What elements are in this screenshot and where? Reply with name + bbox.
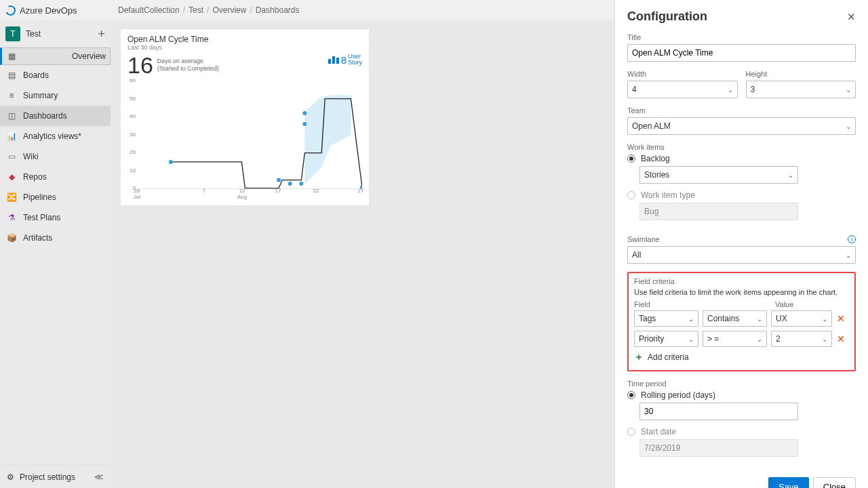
project-settings-label: Project settings	[20, 472, 75, 482]
svg-point-6	[299, 182, 303, 186]
width-label: Width	[627, 70, 738, 78]
chevron-down-icon: ⌄	[728, 86, 733, 94]
title-label: Title	[627, 33, 856, 41]
value-select[interactable]: UX⌄	[771, 310, 832, 327]
dash-icon: ◫	[7, 111, 16, 121]
backlog-radio[interactable]: Backlog	[627, 154, 856, 163]
project-badge: T	[5, 26, 20, 41]
sidebar: T Test + ▦Overview▤Boards≡Summary◫Dashbo…	[0, 20, 111, 488]
brand-label: Azure DevOps	[20, 5, 115, 16]
workitemtype-radio[interactable]: Work item type	[627, 190, 856, 200]
project-selector[interactable]: T Test +	[0, 20, 111, 47]
chevron-down-icon: ⌄	[846, 123, 851, 130]
cycle-time-widget[interactable]: Open ALM Cycle Time Last 30 days 16 Days…	[120, 28, 370, 206]
widget-meta1: Days on average	[157, 58, 219, 65]
team-label: Team	[627, 106, 856, 115]
remove-criteria-icon[interactable]: ✕	[836, 333, 846, 344]
sidebar-item-pipelines[interactable]: 🔀Pipelines	[0, 187, 111, 207]
repo-icon: ◆	[7, 172, 16, 182]
summary-icon: ≡	[7, 91, 16, 100]
field-select[interactable]: Tags⌄	[634, 310, 698, 327]
title-input[interactable]	[627, 44, 856, 62]
workitemtype-select: Bug	[639, 203, 798, 220]
user-story-badge: 8 User Story	[328, 54, 362, 66]
swimlane-select[interactable]: All⌄	[627, 246, 856, 264]
widget-meta2: (Started to Completed)	[157, 65, 219, 73]
chevron-down-icon: ⌄	[788, 171, 793, 179]
team-select[interactable]: Open ALM⌄	[627, 117, 856, 135]
chevron-down-icon: ⌄	[846, 251, 851, 259]
sidebar-item-wiki[interactable]: ▭Wiki	[0, 146, 111, 167]
svg-point-8	[302, 122, 307, 126]
width-select[interactable]: 4⌄	[627, 81, 738, 98]
widget-title: Open ALM Cycle Time	[127, 35, 362, 44]
svg-point-5	[288, 182, 292, 186]
sidebar-item-summary[interactable]: ≡Summary	[0, 85, 111, 106]
bar-icon	[328, 55, 340, 64]
field-criteria-section: Field criteria Use field criteria to lim…	[627, 272, 856, 371]
widget-big-number: 16	[127, 54, 153, 77]
value-select[interactable]: 2⌄	[771, 331, 832, 347]
panel-title: Configuration	[627, 9, 707, 24]
configuration-panel: Configuration ✕ Title Width 4⌄ Height 3⌄…	[614, 0, 868, 488]
gear-icon: ⚙	[7, 472, 14, 482]
backlog-select[interactable]: Stories⌄	[639, 166, 798, 184]
plus-icon: ＋	[634, 351, 644, 363]
operator-select[interactable]: > =⌄	[703, 331, 767, 347]
grid-icon: ▦	[7, 52, 16, 61]
svg-rect-0	[328, 59, 331, 64]
svg-point-7	[302, 111, 307, 115]
breadcrumb-item[interactable]: Dashboards	[256, 5, 300, 15]
sidebar-item-artifacts[interactable]: 📦Artifacts	[0, 228, 111, 248]
sidebar-item-boards[interactable]: ▤Boards	[0, 65, 111, 85]
height-select[interactable]: 3⌄	[746, 81, 856, 98]
startdate-radio[interactable]: Start date	[627, 427, 856, 436]
operator-select[interactable]: Contains⌄	[703, 310, 767, 327]
sidebar-item-overview[interactable]: ▦Overview	[0, 47, 111, 65]
close-icon[interactable]: ✕	[847, 11, 856, 23]
azure-devops-icon	[4, 3, 17, 16]
info-icon[interactable]: i	[848, 235, 856, 243]
svg-point-3	[169, 160, 173, 164]
board-icon: ▤	[7, 70, 16, 80]
project-settings-link[interactable]: ⚙ Project settings ≪	[0, 465, 111, 488]
field-select[interactable]: Priority⌄	[634, 331, 698, 347]
startdate-input	[639, 439, 798, 457]
breadcrumb-item[interactable]: Test	[189, 5, 203, 15]
chart: 0102030405060 28 Jul712 Aug172227	[137, 81, 362, 199]
field-criteria-desc: Use field criteria to limit the work ite…	[634, 288, 849, 296]
close-button[interactable]: Close	[813, 477, 856, 488]
remove-criteria-icon[interactable]: ✕	[836, 313, 846, 324]
sidebar-item-repos[interactable]: ◆Repos	[0, 167, 111, 187]
criteria-row: Priority⌄> =⌄2⌄✕	[634, 331, 849, 347]
height-label: Height	[746, 70, 856, 78]
breadcrumb-item[interactable]: Overview	[212, 5, 246, 15]
test-icon: ⚗	[7, 213, 16, 222]
svg-rect-2	[336, 58, 339, 64]
badge-text: User Story	[348, 54, 362, 66]
sidebar-item-dashboards[interactable]: ◫Dashboards	[0, 106, 111, 126]
collapse-icon[interactable]: ≪	[94, 472, 104, 482]
sidebar-item-test-plans[interactable]: ⚗Test Plans	[0, 207, 111, 228]
save-button[interactable]: Save	[768, 477, 809, 488]
swimlane-label: Swimlane	[627, 235, 660, 243]
timeperiod-label: Time period	[627, 380, 856, 388]
add-icon[interactable]: +	[98, 27, 105, 41]
breadcrumb: DefaultCollection/ Test/ Overview/ Dashb…	[115, 5, 300, 15]
badge-count: 8	[341, 54, 347, 66]
sidebar-item-analytics-views-[interactable]: 📊Analytics views*	[0, 126, 111, 146]
criteria-row: Tags⌄Contains⌄UX⌄✕	[634, 310, 849, 327]
wiki-icon: ▭	[7, 152, 16, 161]
rolling-input[interactable]	[639, 403, 798, 420]
svg-point-4	[277, 178, 281, 182]
artifact-icon: 📦	[7, 233, 16, 243]
pipe-icon: 🔀	[7, 192, 16, 202]
workitems-label: Work items	[627, 143, 856, 151]
chart-icon: 📊	[7, 131, 16, 141]
rolling-radio[interactable]: Rolling period (days)	[627, 390, 856, 400]
breadcrumb-item[interactable]: DefaultCollection	[118, 5, 180, 15]
add-criteria-button[interactable]: ＋Add criteria	[634, 351, 849, 363]
widget-subtitle: Last 30 days	[127, 44, 362, 51]
project-name: Test	[26, 29, 41, 39]
field-criteria-heading: Field criteria	[634, 277, 849, 285]
